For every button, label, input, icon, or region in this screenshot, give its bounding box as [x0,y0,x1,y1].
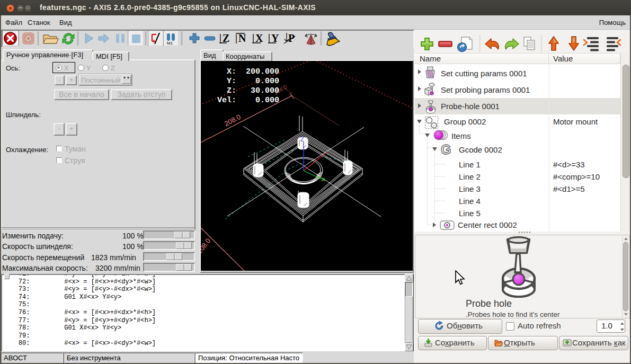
svg-text:208.0: 208.0 [223,113,242,128]
svg-text:G: G [441,142,451,157]
svg-text:Z: Z [223,32,229,44]
svg-text:208.0: 208.0 [201,237,212,255]
svg-text:N: N [238,32,246,44]
svg-text:Y: Y [271,32,279,44]
svg-text:Vel: 0.000: Vel: 0.000 [217,96,279,105]
svg-text:M1: M1 [167,41,173,46]
svg-text:Y: 0.000: Y: 0.000 [217,77,279,86]
svg-text:Z: Z [300,136,304,144]
svg-text:Z: 30.000: Z: 30.000 [217,86,279,95]
svg-text:X: X [255,32,263,44]
svg-text:X: 200.000: X: 200.000 [217,67,279,76]
